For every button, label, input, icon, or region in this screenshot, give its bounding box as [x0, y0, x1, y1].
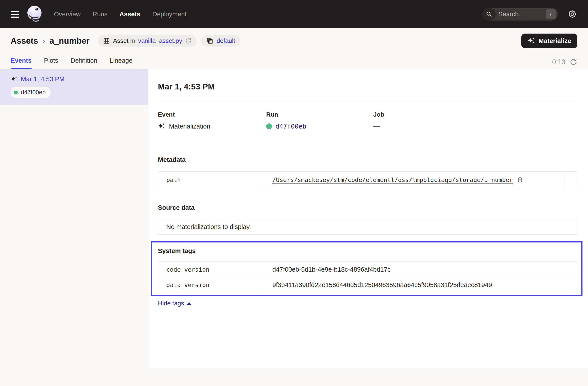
event-detail-panel: Mar 1, 4:53 PM Event Materialization — [148, 69, 588, 368]
code-location-chip[interactable]: default — [201, 35, 240, 47]
tab-plots[interactable]: Plots — [44, 57, 58, 69]
nav-item-runs[interactable]: Runs — [93, 11, 107, 18]
search-box[interactable]: / — [483, 8, 558, 20]
metadata-table: path /Users/smackesey/stm/code/elementl/… — [158, 171, 577, 188]
tag-value: 9f3b411a390fd22e158d446d5d12504963596aa6… — [272, 281, 492, 289]
search-shortcut-key: / — [546, 9, 556, 19]
job-label: Job — [373, 111, 577, 118]
source-data-section: Source data No materializations to displ… — [158, 204, 577, 235]
system-tags-table: code_version d47f00eb-5d1b-4e9e-b18c-489… — [158, 261, 577, 293]
job-column: Job — — [373, 111, 577, 130]
run-label: Run — [266, 111, 373, 118]
hamburger-menu-icon[interactable] — [11, 11, 19, 18]
event-column: Event Materialization — [158, 111, 266, 130]
code-location-link[interactable]: default — [216, 37, 235, 44]
event-title: Mar 1, 4:53 PM — [158, 82, 577, 91]
page-header: Assets › a_number Asset in vanilla_asset… — [0, 28, 588, 48]
search-input[interactable] — [496, 11, 546, 18]
nav-item-assets[interactable]: Assets — [120, 11, 141, 18]
tag-value: d47f00eb-5d1b-4e9e-b18c-4896af4bd17c — [272, 266, 391, 273]
asset-definition-chip[interactable]: Asset in vanilla_asset.py — [98, 35, 197, 47]
search-icon — [483, 8, 496, 20]
breadcrumb-chevron-icon: › — [43, 37, 45, 45]
tag-key: code_version — [158, 262, 264, 277]
sparkle-icon — [527, 37, 535, 45]
dagster-logo-icon[interactable] — [26, 5, 42, 23]
copy-clipboard-icon[interactable] — [517, 177, 523, 183]
materialization-sparkle-icon — [11, 76, 18, 83]
settings-gear-icon[interactable] — [567, 9, 577, 19]
nav-item-overview[interactable]: Overview — [54, 11, 81, 18]
table-row: code_version d47f00eb-5d1b-4e9e-b18c-489… — [158, 262, 577, 277]
event-timestamp-link[interactable]: Mar 1, 4:53 PM — [21, 76, 64, 83]
run-status-dot — [266, 123, 272, 129]
metadata-actions-cell — [564, 172, 577, 188]
hide-tags-label: Hide tags — [158, 300, 184, 307]
refresh-countdown: 0:13 — [552, 58, 566, 66]
tab-events[interactable]: Events — [11, 57, 32, 69]
top-nav: Overview Runs Assets Deployment / — [0, 0, 588, 28]
tab-lineage[interactable]: Lineage — [110, 57, 132, 69]
source-data-empty-state: No materializations to display. — [158, 219, 577, 235]
materialize-button[interactable]: Materialize — [521, 34, 577, 48]
materialize-button-label: Materialize — [539, 37, 571, 45]
page-title: a_number — [49, 36, 90, 46]
materialization-sparkle-icon — [158, 122, 166, 130]
stacked-grid-icon — [206, 37, 213, 44]
event-label: Event — [158, 111, 266, 118]
metadata-section: Metadata path /Users/smackesey/stm/code/… — [158, 156, 577, 188]
asset-file-link[interactable]: vanilla_asset.py — [138, 37, 182, 44]
breadcrumb-assets-link[interactable]: Assets — [11, 36, 38, 46]
run-id-badge[interactable]: d47f00eb — [11, 87, 51, 98]
job-empty-value: — — [373, 122, 380, 130]
tab-definition[interactable]: Definition — [71, 57, 97, 69]
divider — [158, 102, 577, 102]
events-sidebar: Mar 1, 4:53 PM d47f00eb — [0, 69, 148, 368]
run-column: Run d47f00eb — [266, 111, 373, 130]
run-id-label: d47f00eb — [21, 89, 46, 96]
table-row: path /Users/smackesey/stm/code/elementl/… — [158, 172, 577, 188]
asset-chip-prefix: Asset in — [113, 37, 135, 44]
system-tags-title: System tags — [158, 247, 577, 255]
event-type-value: Materialization — [169, 123, 210, 130]
empty-message: No materializations to display. — [166, 223, 251, 231]
tag-key: data_version — [158, 277, 264, 293]
breadcrumb: Assets › a_number — [11, 36, 90, 46]
metadata-key: path — [158, 172, 264, 188]
nav-item-deployment[interactable]: Deployment — [152, 11, 187, 18]
run-status-dot — [14, 91, 18, 95]
metadata-title: Metadata — [158, 156, 577, 163]
run-id-link[interactable]: d47f00eb — [275, 122, 306, 130]
table-row: data_version 9f3b411a390fd22e158d446d5d1… — [158, 277, 577, 293]
reload-icon[interactable] — [185, 38, 192, 44]
primary-nav: Overview Runs Assets Deployment — [54, 11, 187, 18]
asset-tabs: Events Plots Definition Lineage 0:13 — [0, 55, 588, 69]
grid-table-icon — [103, 37, 110, 44]
system-tags-section-highlighted: System tags code_version d47f00eb-5d1b-4… — [151, 241, 583, 296]
event-list-item[interactable]: Mar 1, 4:53 PM d47f00eb — [0, 69, 148, 105]
source-data-title: Source data — [158, 204, 577, 211]
metadata-path-link[interactable]: /Users/smackesey/stm/code/elementl/oss/t… — [272, 176, 513, 183]
refresh-icon[interactable] — [569, 58, 577, 66]
caret-up-icon — [187, 302, 191, 305]
hide-tags-link[interactable]: Hide tags — [158, 300, 191, 307]
